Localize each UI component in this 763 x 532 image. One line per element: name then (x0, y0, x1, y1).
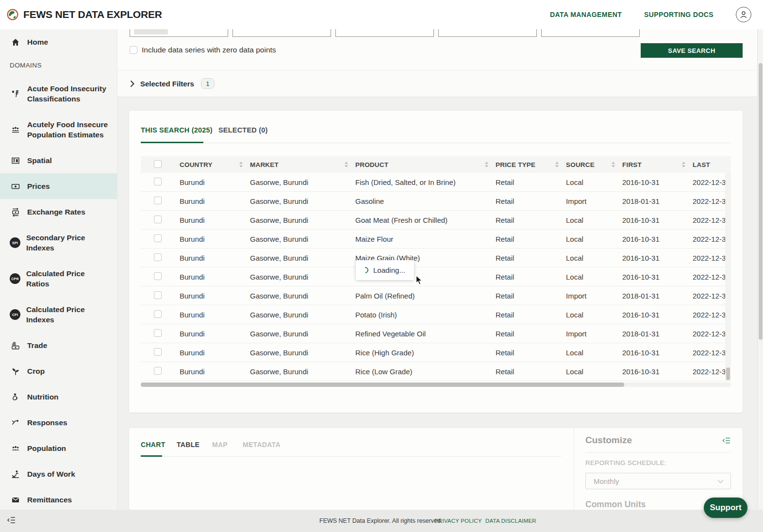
row-checkbox[interactable] (154, 197, 162, 204)
cell-market: Gasorwe, Burundi (250, 197, 355, 205)
table-horizontal-scrollbar[interactable] (141, 382, 731, 387)
column-header-label: LAST (693, 161, 710, 168)
sidebar-item-calculated-price-indexes[interactable]: CPICalculated Price Indexes (0, 297, 117, 332)
column-header-label: PRODUCT (355, 161, 388, 168)
horizontal-scroll-thumb[interactable] (141, 382, 624, 387)
column-header-source[interactable]: SOURCE (566, 161, 622, 168)
sort-icon[interactable] (555, 161, 559, 168)
save-search-button[interactable]: SAVE SEARCH (641, 43, 743, 58)
sidebar-item-crop[interactable]: Crop (0, 358, 117, 384)
user-avatar[interactable] (736, 7, 751, 22)
sidebar-collapse-icon[interactable] (7, 516, 16, 526)
sort-icon[interactable] (239, 161, 243, 168)
people-line-icon (10, 125, 21, 134)
page-scrollbar[interactable] (757, 29, 763, 510)
tab-metadata[interactable]: METADATA (243, 441, 281, 449)
cell-source: Local (566, 178, 622, 186)
tab-table[interactable]: TABLE (177, 441, 199, 449)
data-disclaimer-link[interactable]: DATA DISCLAIMER (485, 518, 536, 524)
row-checkbox[interactable] (154, 329, 162, 337)
sidebar-item-days-of-work[interactable]: Days of Work (0, 461, 117, 487)
sidebar-item-spatial[interactable]: Spatial (0, 148, 117, 173)
reporting-schedule-select[interactable]: Monthly (585, 473, 731, 489)
table-row[interactable]: BurundiGasorwe, BurundiMaize FlourRetail… (141, 230, 731, 249)
row-checkbox-cell (141, 348, 180, 357)
table-row[interactable]: BurundiGasorwe, BurundiRetailLocal2016-1… (141, 267, 731, 286)
column-header-first[interactable]: FIRST (622, 161, 693, 168)
row-checkbox[interactable] (154, 348, 162, 356)
zero-data-label: Include data series with zero data point… (142, 46, 276, 54)
nav-data-management[interactable]: DATA MANAGEMENT (550, 11, 622, 18)
column-header-market[interactable]: MARKET (250, 161, 355, 168)
table-row[interactable]: BurundiGasorwe, BurundiRice (Low Grade)R… (141, 362, 731, 381)
table-row[interactable]: BurundiGasorwe, BurundiGoat Meat (Fresh … (141, 211, 731, 230)
tab-chart[interactable]: CHART (141, 441, 166, 449)
sidebar-item-acute-food-insecurity-classifications[interactable]: Acute Food Insecurity Classifications (0, 76, 117, 112)
sidebar-item-home[interactable]: Home (0, 29, 117, 55)
table-row[interactable]: BurundiGasorwe, BurundiRice (High Grade)… (141, 343, 731, 362)
sidebar-item-responses[interactable]: Responses (0, 410, 117, 435)
table-row[interactable]: BurundiGasorwe, BurundiPotato (Irish)Ret… (141, 305, 731, 324)
row-checkbox[interactable] (154, 310, 162, 318)
chevron-right-icon[interactable] (130, 80, 134, 87)
cell-first: 2016-10-31 (622, 254, 693, 262)
cell-first: 2016-10-31 (622, 349, 693, 357)
table-vertical-scrollbar[interactable] (725, 173, 731, 382)
select-all-checkbox[interactable] (154, 160, 162, 168)
sidebar-item-prices[interactable]: Prices (0, 173, 117, 199)
sidebar-item-calculated-price-ratios[interactable]: CPRCalculated Price Ratios (0, 261, 117, 297)
sidebar-item-acutely-food-insecure-population-estimates[interactable]: Acutely Food Insecure Population Estimat… (0, 112, 117, 148)
filter-chip (134, 29, 168, 34)
row-checkbox[interactable] (154, 178, 162, 185)
sidebar-item-secondary-price-indexes[interactable]: SPISecondary Price Indexes (0, 225, 117, 261)
sidebar-item-nutrition[interactable]: Nutrition (0, 384, 117, 410)
vertical-scroll-thumb[interactable] (726, 367, 730, 380)
nav-supporting-docs[interactable]: SUPPORTING DOCS (644, 11, 713, 18)
population-icon (10, 444, 21, 453)
table-row[interactable]: BurundiGasorwe, BurundiRefined Vegetable… (141, 324, 731, 343)
row-checkbox-cell (141, 197, 180, 206)
row-checkbox[interactable] (154, 291, 162, 299)
selected-filters-bar[interactable]: Selected Filters 1 (117, 70, 757, 97)
table-row[interactable]: BurundiGasorwe, BurundiFish (Dried, Salt… (141, 173, 731, 192)
tab-selected[interactable]: SELECTED (0) (218, 126, 268, 134)
column-header-last[interactable]: LAST (693, 161, 731, 168)
tab-map[interactable]: MAP (212, 441, 228, 449)
sidebar-item-trade[interactable]: Trade (0, 332, 117, 358)
sidebar-item-population[interactable]: Population (0, 435, 117, 461)
collapse-panel-icon[interactable] (722, 437, 730, 446)
support-button[interactable]: Support (704, 498, 747, 518)
sort-icon[interactable] (344, 161, 348, 168)
sidebar-item-exchange-rates[interactable]: Exchange Rates (0, 199, 117, 225)
sort-icon[interactable] (611, 161, 615, 168)
zero-data-checkbox[interactable] (130, 46, 137, 54)
row-checkbox[interactable] (154, 234, 162, 242)
cell-first: 2018-01-31 (622, 330, 693, 338)
table-row[interactable]: BurundiGasorwe, BurundiMaize Grain (Whit… (141, 249, 731, 267)
sidebar-item-label: Acute Food Insecurity Classifications (27, 83, 109, 104)
column-header-price-type[interactable]: PRICE TYPE (496, 161, 566, 168)
brand[interactable]: FEWS NET DATA EXPLORER (0, 5, 162, 24)
sidebar-item-label: Exchange Rates (27, 207, 85, 217)
results-table-header: COUNTRYMARKETPRODUCTPRICE TYPESOURCEFIRS… (141, 156, 731, 173)
sort-icon[interactable] (681, 161, 686, 168)
envelope-icon (10, 495, 21, 505)
column-header-country[interactable]: COUNTRY (180, 161, 250, 168)
table-row[interactable]: BurundiGasorwe, BurundiPalm Oil (Refined… (141, 286, 731, 305)
privacy-policy-link[interactable]: PRIVACY POLICY (434, 518, 482, 524)
row-checkbox[interactable] (154, 367, 162, 375)
table-row[interactable]: BurundiGasorwe, BurundiGasolineRetailImp… (141, 192, 731, 211)
row-checkbox[interactable] (154, 216, 162, 223)
sprout-icon (10, 366, 21, 376)
sidebar-item-remittances[interactable]: Remittances (0, 487, 117, 510)
sort-icon[interactable] (484, 161, 489, 168)
column-header-product[interactable]: PRODUCT (355, 161, 496, 168)
cell-market: Gasorwe, Burundi (250, 292, 355, 300)
cell-country: Burundi (180, 367, 250, 376)
page-scroll-thumb[interactable] (759, 63, 763, 340)
row-checkbox[interactable] (154, 272, 162, 280)
row-checkbox[interactable] (154, 253, 162, 261)
cell-price-type: Retail (496, 311, 566, 319)
cell-product: Rice (Low Grade) (355, 367, 496, 376)
tab-this-search[interactable]: THIS SEARCH (2025) (141, 126, 213, 134)
